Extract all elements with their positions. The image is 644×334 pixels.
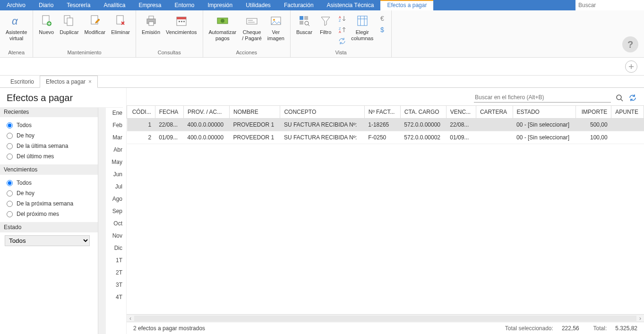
sort-desc-button[interactable]: ZA	[337, 25, 347, 35]
table-row[interactable]: 201/09...400.0.0.00000PROVEEDOR 1SU FACT…	[127, 131, 644, 144]
month-abr[interactable]: Abr	[106, 144, 126, 156]
search-icon[interactable]	[615, 93, 624, 103]
month-sep[interactable]: Sep	[106, 205, 126, 217]
month-feb[interactable]: Feb	[106, 119, 126, 131]
menu-entorno[interactable]: Entorno	[168, 0, 201, 10]
radio-input[interactable]	[7, 133, 13, 139]
modificar-button[interactable]: Modificar	[82, 12, 109, 36]
menu-efectos-a-pagar[interactable]: Efectos a pagar	[380, 0, 433, 10]
radio-recientes-0[interactable]: Todos	[2, 120, 96, 130]
col-header-7[interactable]: VENC...	[446, 106, 476, 119]
month-1t[interactable]: 1T	[106, 254, 126, 266]
asistente-virtual-button[interactable]: αAsistentevirtual	[3, 12, 30, 43]
doc-copy-icon	[61, 13, 77, 28]
radio-recientes-2[interactable]: De la última semana	[2, 141, 96, 151]
total-label: Total:	[593, 325, 607, 332]
month-ene[interactable]: Ene	[106, 107, 126, 119]
col-header-3[interactable]: NOMBRE	[230, 106, 280, 119]
col-header-11[interactable]: APUNTE	[611, 106, 644, 119]
menu-tesorería[interactable]: Tesorería	[60, 0, 97, 10]
month-2t[interactable]: 2T	[106, 266, 126, 279]
emision-button[interactable]: Emisión	[139, 12, 163, 36]
radio-vencimientos-filter-0[interactable]: Todos	[2, 178, 96, 188]
refresh-icon[interactable]	[628, 93, 637, 103]
menu-analítica[interactable]: Analítica	[97, 0, 132, 10]
col-header-8[interactable]: CARTERA	[476, 106, 513, 119]
refresh-button[interactable]	[337, 36, 347, 46]
estado-select[interactable]: Todos	[5, 235, 90, 246]
col-header-9[interactable]: ESTADO	[513, 106, 576, 119]
sort-asc-button[interactable]: AZ	[337, 13, 347, 24]
radio-recientes-1[interactable]: De hoy	[2, 130, 96, 141]
global-search-input[interactable]	[575, 1, 644, 9]
radio-vencimientos-filter-3[interactable]: Del próximo mes	[2, 209, 96, 219]
ribbon-group-label: Acciones	[206, 49, 287, 56]
total-selected-label: Total seleccionado:	[505, 325, 553, 332]
filtro-button[interactable]: Filtro	[315, 12, 336, 36]
col-header-0[interactable]: CÓDI...	[127, 106, 155, 119]
col-header-5[interactable]: Nº FACT...	[364, 106, 400, 119]
menu-impresión[interactable]: Impresión	[201, 0, 239, 10]
month-mar[interactable]: Mar	[106, 131, 126, 144]
svg-rect-4	[67, 18, 73, 26]
ver-imagen-button[interactable]: Verimagen	[265, 12, 287, 43]
col-header-4[interactable]: CONCEPTO	[280, 106, 364, 119]
radio-input[interactable]	[7, 122, 13, 128]
eliminar-button[interactable]: Eliminar	[108, 12, 133, 36]
vencimientos-button[interactable]: Vencimientos	[163, 12, 199, 36]
radio-recientes-3[interactable]: Del último mes	[2, 151, 96, 162]
menu-empresa[interactable]: Empresa	[132, 0, 168, 10]
col-header-6[interactable]: CTA. CARGO	[400, 106, 446, 119]
month-jun[interactable]: Jun	[106, 168, 126, 180]
radio-input[interactable]	[7, 190, 13, 197]
table-row[interactable]: 122/08...400.0.0.00000PROVEEDOR 1SU FACT…	[127, 119, 644, 131]
month-3t[interactable]: 3T	[106, 279, 126, 291]
month-jul[interactable]: Jul	[106, 180, 126, 193]
automatizar-pagos-button[interactable]: Automatizarpagos	[206, 12, 240, 43]
menu-asistencia-técnica[interactable]: Asistencia Técnica	[320, 0, 381, 10]
col-header-2[interactable]: PROV. / AC...	[183, 106, 229, 119]
menu-utilidades[interactable]: Utilidades	[239, 0, 277, 10]
radio-label: De la próxima semana	[17, 200, 73, 207]
menu-archivo[interactable]: Archivo	[0, 0, 32, 10]
help-button[interactable]: ?	[622, 36, 638, 52]
dollar-button[interactable]: $	[377, 25, 387, 35]
ribbon-group-atenea: αAsistentevirtualAtenea	[0, 10, 33, 57]
nuevo-button[interactable]: Nuevo	[36, 12, 57, 36]
month-oct[interactable]: Oct	[106, 217, 126, 230]
horizontal-scrollbar[interactable]: ‹ ›	[127, 314, 644, 322]
sidebar-scrollbar[interactable]	[98, 88, 106, 334]
total-value: 5.325,82	[615, 325, 637, 332]
menu-diario[interactable]: Diario	[32, 0, 60, 10]
radio-input[interactable]	[7, 201, 13, 207]
add-button[interactable]	[625, 60, 637, 73]
tab-escritorio[interactable]: Escritorio	[5, 76, 40, 87]
table-wrap: CÓDI...FECHAPROV. / AC...NOMBRECONCEPTON…	[127, 105, 644, 314]
radio-input[interactable]	[7, 211, 13, 217]
radio-input[interactable]	[7, 180, 13, 186]
tab-efectos-a-pagar[interactable]: Efectos a pagar×	[40, 76, 98, 88]
col-header-10[interactable]: IMPORTE	[576, 106, 611, 119]
radio-input[interactable]	[7, 154, 13, 160]
col-header-1[interactable]: FECHA	[155, 106, 183, 119]
month-dic[interactable]: Dic	[106, 242, 126, 254]
close-icon[interactable]: ×	[88, 78, 92, 85]
menu-facturación[interactable]: Facturación	[277, 0, 320, 10]
radio-vencimientos-filter-2[interactable]: De la próxima semana	[2, 198, 96, 209]
cheque-pagare-button[interactable]: Cheque/ Pagaré	[239, 12, 265, 43]
scroll-right-icon[interactable]: ›	[636, 315, 644, 322]
duplicar-button[interactable]: Duplicar	[57, 12, 81, 36]
radio-vencimientos-filter-1[interactable]: De hoy	[2, 188, 96, 198]
euro-button[interactable]: €	[377, 13, 387, 24]
scroll-left-icon[interactable]: ‹	[127, 315, 134, 322]
radio-input[interactable]	[7, 143, 13, 149]
month-may[interactable]: May	[106, 156, 126, 168]
month-ago[interactable]: Ago	[106, 193, 126, 205]
month-nov[interactable]: Nov	[106, 230, 126, 242]
file-search-input[interactable]	[474, 93, 611, 103]
month-4t[interactable]: 4T	[106, 291, 126, 303]
buscar-button[interactable]: Buscar	[293, 12, 315, 36]
svg-text:Z: Z	[339, 27, 341, 30]
elegir-columnas-button[interactable]: Elegircolumnas	[348, 12, 376, 43]
ribbon: αAsistentevirtualAteneaNuevoDuplicarModi…	[0, 10, 644, 58]
